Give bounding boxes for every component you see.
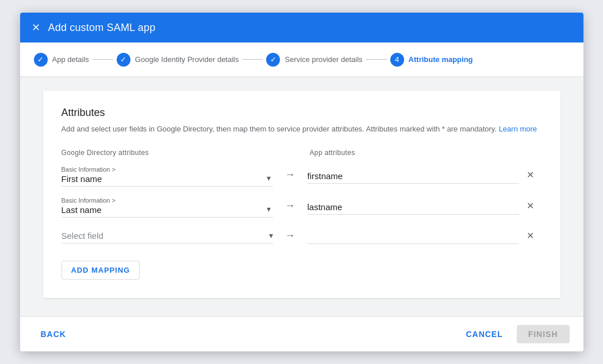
step-sp-details: ✓ Service provider details [266, 53, 362, 67]
step-2-label: Google Identity Provider details [135, 55, 239, 64]
back-button[interactable]: BACK [34, 325, 73, 343]
step-1-circle: ✓ [34, 53, 48, 67]
google-field-1[interactable]: Basic Information > First name ▾ [62, 166, 273, 187]
field-name-1: First name [62, 174, 273, 184]
field-name-3: Select field [62, 231, 264, 241]
attribute-columns: Google Directory attributes App attribut… [62, 149, 542, 161]
step-1-checkmark: ✓ [37, 55, 44, 64]
mapping-row-2: Basic Information > Last name ▾ → ✕ [62, 197, 542, 218]
remove-button-3[interactable]: ✕ [524, 228, 536, 243]
card-description: Add and select user fields in Google Dir… [62, 123, 542, 135]
close-icon[interactable]: ✕ [32, 22, 40, 33]
step-4-circle: 4 [390, 53, 404, 67]
finish-button[interactable]: FINISH [517, 325, 570, 343]
dialog: ✕ Add custom SAML app ✓ App details ✓ Go… [20, 13, 583, 351]
app-field-3 [308, 229, 519, 244]
step-connector-3 [366, 59, 387, 60]
mapping-row-1: Basic Information > First name ▾ → ✕ [62, 166, 542, 187]
step-connector-2 [242, 59, 263, 60]
dropdown-icon-1: ▾ [267, 173, 271, 183]
dialog-body: Attributes Add and select user fields in… [20, 77, 583, 316]
arrow-col-1: → [273, 169, 308, 183]
card-title: Attributes [62, 107, 542, 119]
dialog-title: Add custom SAML app [48, 22, 156, 34]
dialog-footer: BACK CANCEL FINISH [20, 316, 583, 351]
field-category-2: Basic Information > [62, 197, 273, 204]
dropdown-icon-3: ▾ [269, 231, 273, 240]
remove-col-2: ✕ [519, 198, 542, 216]
step-attr-mapping: 4 Attribute mapping [390, 53, 473, 67]
footer-left: BACK [34, 325, 73, 343]
app-input-2[interactable] [308, 200, 519, 215]
attributes-card: Attributes Add and select user fields in… [43, 91, 560, 298]
step-4-label: Attribute mapping [409, 55, 473, 64]
card-desc-text: Add and select user fields in Google Dir… [62, 125, 497, 133]
field-name-2: Last name [62, 205, 273, 215]
google-field-3[interactable]: Select field ▾ [62, 230, 273, 243]
remove-col-3: ✕ [519, 228, 542, 246]
step-connector-1 [93, 59, 113, 60]
remove-button-2[interactable]: ✕ [524, 198, 536, 214]
footer-right: CANCEL FINISH [459, 325, 570, 343]
dropdown-icon-2: ▾ [267, 204, 271, 214]
step-3-label: Service provider details [285, 55, 362, 64]
cancel-button[interactable]: CANCEL [459, 325, 510, 343]
step-4-number: 4 [395, 55, 399, 64]
field-category-1: Basic Information > [62, 166, 273, 173]
app-input-1[interactable] [308, 169, 519, 184]
col-app-header: App attributes [310, 149, 524, 161]
stepper: ✓ App details ✓ Google Identity Provider… [20, 42, 583, 77]
app-input-3[interactable] [308, 229, 519, 244]
app-field-1 [308, 169, 519, 184]
step-2-checkmark: ✓ [120, 55, 126, 64]
app-field-2 [308, 200, 519, 215]
arrow-col-2: → [273, 200, 308, 214]
step-3-circle: ✓ [266, 53, 280, 67]
arrow-col-3: → [273, 230, 308, 244]
add-mapping-button[interactable]: ADD MAPPING [62, 261, 140, 280]
step-2-circle: ✓ [117, 53, 130, 67]
step-idp-details: ✓ Google Identity Provider details [117, 53, 239, 67]
col-google-header: Google Directory attributes [62, 149, 275, 161]
learn-more-link[interactable]: Learn more [499, 125, 537, 133]
remove-col-1: ✕ [519, 167, 542, 185]
mapping-row-3: Select field ▾ → ✕ [62, 228, 542, 246]
step-3-checkmark: ✓ [270, 55, 276, 64]
remove-button-1[interactable]: ✕ [524, 167, 536, 183]
google-field-2[interactable]: Basic Information > Last name ▾ [62, 197, 273, 218]
step-1-label: App details [52, 55, 89, 64]
dialog-header: ✕ Add custom SAML app [20, 13, 583, 42]
step-app-details: ✓ App details [34, 53, 89, 67]
